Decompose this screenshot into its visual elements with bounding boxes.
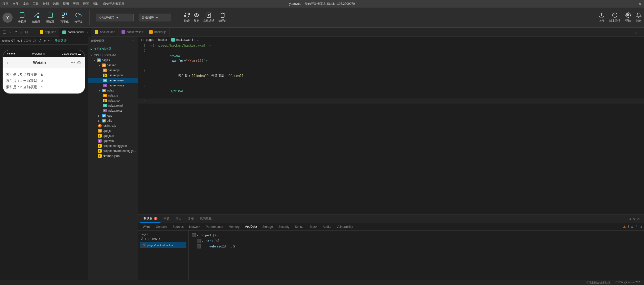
menu-interface[interactable]: 界面 (73, 2, 79, 6)
sim-record[interactable]: ● (44, 38, 46, 43)
more-icon[interactable]: ⋯ (638, 30, 642, 34)
expand-btn-arr1[interactable]: ▶ (202, 240, 205, 242)
sidebar-item-hacker-json[interactable]: {} hacker.json (88, 73, 138, 78)
panel-tab-memory[interactable]: Memory (226, 224, 242, 230)
debugger-tab[interactable]: 调试器 8 (140, 215, 160, 223)
problems-tab[interactable]: 问题 (160, 215, 173, 223)
next-button[interactable]: › (150, 237, 151, 241)
page-item-hacker[interactable]: □ pages/hacker/hacker (140, 242, 186, 248)
search-icon[interactable]: ⌕ (8, 30, 12, 34)
tab-hacker-wxss[interactable]: hacker.wxss (118, 28, 146, 37)
panel-tab-performance[interactable]: Performance (203, 224, 226, 230)
code-quality-tab[interactable]: 代码质量 (197, 215, 215, 223)
sidebar-more-icon[interactable]: ⋯ (132, 39, 136, 43)
miniprogram-label[interactable]: ▼ MINIPROGRAM-1 (88, 53, 138, 58)
panel-tab-security[interactable]: Security (276, 224, 292, 230)
simulator-button[interactable]: 模拟器 (18, 11, 27, 24)
chevron-down-icon[interactable]: ∨ (633, 217, 635, 221)
panel-tab-network[interactable]: Network (187, 224, 203, 230)
tab-hacker-wxml[interactable]: hacker.wxml ✕ (59, 28, 92, 37)
sidebar-item-hacker[interactable]: ▼ 📁 hacker (88, 63, 138, 68)
terminal-tab[interactable]: 终端 (185, 215, 197, 223)
menu-wechat-tools[interactable]: 微信开发者工具 (103, 2, 124, 6)
data-panel[interactable]: ▼ object {2} ▶ arr1 [3] __webviewId__ (189, 231, 644, 285)
sim-refresh[interactable]: ↺ (38, 38, 42, 43)
sidebar-item-hacker-wxml[interactable]: W hacker.wxml (88, 78, 138, 83)
sidebar-item-pages[interactable]: ▼ 📁 pages (88, 58, 138, 63)
sidebar-item-index-wxml[interactable]: W index.wxml (88, 103, 138, 108)
sidebar-item-logs[interactable]: ▶ 📁 logs (88, 113, 138, 118)
debugger-button[interactable]: 调试器 (46, 11, 55, 24)
panel-tab-sources[interactable]: Sources (170, 224, 186, 230)
back-icon[interactable]: ‹ (141, 38, 142, 42)
sidebar-item-index[interactable]: ▼ 📁 index (88, 88, 138, 93)
panel-tab-console[interactable]: Console (153, 224, 170, 230)
menu-bar[interactable]: 项目 文件 编辑 工具 转到 选择 视图 界面 设置 帮助 微信开发者工具 (3, 2, 124, 6)
breadcrumb-pages[interactable]: pages (146, 38, 154, 42)
version-action[interactable]: 版本管理 (609, 12, 620, 23)
sidebar-item-hacker-js[interactable]: JS hacker.js (88, 68, 138, 73)
sidebar-item-index-js[interactable]: JS index.js (88, 93, 138, 98)
more-panel-icon[interactable]: ⋮ (635, 225, 638, 229)
breadcrumb-file[interactable]: hacker.wxml (176, 38, 193, 42)
maximize-button[interactable]: □ (634, 2, 636, 6)
chevron-up-icon[interactable]: ∧ (629, 217, 631, 221)
menu-settings[interactable]: 设置 (83, 2, 89, 6)
code-editor[interactable]: 1 <!--pages/hacker/hacker.wxml--> 2 <vie… (138, 43, 644, 214)
clear-cache-action[interactable]: 清缓存 (218, 12, 227, 23)
message-action[interactable]: 消息 (636, 12, 641, 23)
git-icon[interactable]: ⎇ (12, 30, 18, 34)
panel-tab-audits[interactable]: Audits (320, 224, 334, 230)
sidebar-item-hacker-wxss[interactable]: S hacker.wxss (88, 83, 138, 88)
settings-icon[interactable]: ⚙ (631, 225, 633, 229)
expand-btn[interactable]: ▼ (197, 234, 200, 237)
panel-tab-appdata[interactable]: AppData (243, 223, 259, 230)
refresh-pages-button[interactable]: ↺ (140, 237, 143, 241)
minimize-button[interactable]: ─ (629, 2, 631, 6)
menu-view[interactable]: 视图 (63, 2, 69, 6)
mode-selector[interactable]: 小程序模式 ▼ (96, 14, 134, 21)
output-tab[interactable]: 输出 (173, 215, 185, 223)
wechat-menu-icon[interactable]: ••• (71, 60, 75, 65)
data-check[interactable] (197, 239, 201, 243)
window-controls[interactable]: ─ □ ✕ (629, 2, 641, 6)
forward-icon[interactable]: › (143, 38, 144, 42)
data-check[interactable] (192, 233, 196, 237)
collapse-icon[interactable]: ⊡ (24, 30, 29, 34)
sidebar-item-index-json[interactable]: {} index.json (88, 98, 138, 103)
upload-action[interactable]: 上传 (599, 12, 604, 23)
prev-button[interactable]: ‹ (147, 237, 149, 241)
split-icon[interactable]: ⊞ (19, 30, 24, 34)
menu-goto[interactable]: 转到 (43, 2, 49, 6)
menu-project[interactable]: 项目 (3, 2, 9, 6)
tabs-expand-icon[interactable]: ☰ (2, 30, 7, 35)
menu-select[interactable]: 选择 (53, 2, 59, 6)
sidebar-item-sitemap[interactable]: {} sitemap.json (88, 153, 138, 159)
wechat-back-icon[interactable]: ‹ (7, 61, 8, 65)
menu-help[interactable]: 帮助 (93, 2, 99, 6)
preview-action[interactable]: 预览 (194, 12, 199, 23)
tab-hacker-json[interactable]: hacker.json (92, 28, 118, 37)
panel-tab-vulnerability[interactable]: Vulnerability (334, 224, 355, 230)
panel-tab-storage[interactable]: Storage (260, 224, 275, 230)
sidebar-item-app-json[interactable]: {} app.json (88, 133, 138, 138)
data-check[interactable] (197, 244, 201, 248)
panel-tab-mock[interactable]: Mock (307, 224, 320, 230)
tab-close-button[interactable]: ✕ (87, 31, 89, 34)
close-devtools-icon[interactable]: ✕ (637, 217, 640, 221)
compile-selector[interactable]: 普通编译 ▼ (139, 14, 171, 21)
sidebar-item-index-wxss[interactable]: S index.wxss (88, 108, 138, 113)
breadcrumb-more[interactable]: ... (197, 38, 199, 42)
filter-icon[interactable]: ⋯ (30, 30, 35, 34)
split-editor-icon[interactable]: ⊟ (634, 30, 637, 34)
menu-file[interactable]: 文件 (13, 2, 19, 6)
add-page-button[interactable]: + (144, 237, 146, 241)
cloud-button[interactable]: 云开发 (74, 11, 83, 24)
menu-edit[interactable]: 编辑 (23, 2, 29, 6)
panel-tab-wxml[interactable]: Wxml (140, 224, 153, 230)
real-debug-action[interactable]: 真机调试 (203, 12, 214, 23)
expand-panel-icon[interactable]: ⊟ (639, 225, 642, 229)
open-editor-toggle[interactable]: 打开的编辑器 (88, 45, 138, 53)
sidebar-item-eslintrc[interactable]: E .eslintrc.js (88, 123, 138, 128)
tab-hacker-js[interactable]: hacker.js (146, 28, 169, 37)
